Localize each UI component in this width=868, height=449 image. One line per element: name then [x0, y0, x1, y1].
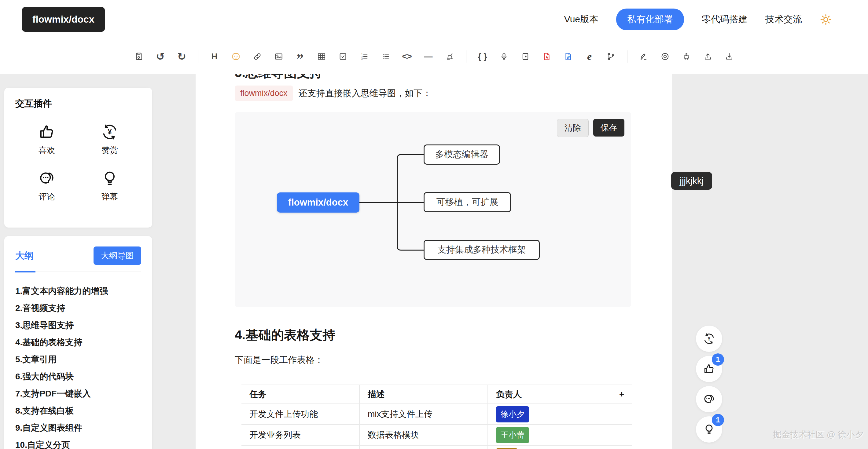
word-icon[interactable]: W	[563, 51, 574, 62]
inline-code-icon[interactable]: <>	[402, 51, 412, 62]
mindmap-root-node[interactable]: flowmix/docx	[277, 192, 360, 213]
video-icon[interactable]	[520, 51, 531, 62]
cell-task[interactable]	[242, 445, 360, 449]
microphone-icon[interactable]	[499, 51, 509, 62]
outline-item-1[interactable]: 1.富文本内容能力的增强	[15, 283, 141, 300]
toolbar-divider	[198, 51, 198, 63]
cell-desc[interactable]: mix支持文件上传	[360, 404, 488, 424]
table-row	[242, 445, 632, 449]
mindmap-branch-node[interactable]: 可移植，可扩展	[424, 192, 511, 212]
mindmap-branch-node[interactable]: 多模态编辑器	[424, 145, 500, 165]
save-icon[interactable]	[134, 51, 144, 62]
theme-sun-icon[interactable]	[820, 13, 832, 26]
plugin-grid: 喜欢 赞赏 评论 弹幕	[15, 123, 141, 202]
nav-nocode-build[interactable]: 零代码搭建	[702, 13, 748, 26]
top-nav: Vue版本 私有化部署 零代码搭建 技术交流	[564, 8, 832, 30]
pdf-icon[interactable]	[541, 51, 552, 62]
cell-owner[interactable]: 徐小夕	[488, 404, 611, 424]
nav-vue-version[interactable]: Vue版本	[564, 13, 598, 26]
like-fab[interactable]: 1	[696, 356, 722, 382]
quote-icon[interactable]: ”	[295, 51, 305, 62]
redo-icon[interactable]: ↻	[177, 51, 187, 62]
outline-item-5[interactable]: 5.文章引用	[15, 351, 141, 368]
outline-item-7[interactable]: 7.支持PDF一键嵌入	[15, 385, 141, 402]
outline-item-4[interactable]: 4.基础的表格支持	[15, 334, 141, 351]
col-header-owner[interactable]: 负责人	[488, 385, 611, 404]
ordered-list-icon[interactable]: 123	[359, 51, 370, 62]
intro-text: 还支持直接嵌入思维导图，如下：	[299, 87, 432, 100]
browser-icon[interactable]: e	[584, 51, 595, 62]
lightbulb-icon	[703, 423, 715, 436]
download-icon[interactable]	[724, 51, 735, 62]
code-block-icon[interactable]: { }	[477, 51, 488, 62]
outline-item-6[interactable]: 6.强大的代码块	[15, 368, 141, 385]
outline-item-8[interactable]: 8.支持在线白板	[15, 402, 141, 419]
comment-icon	[703, 393, 715, 405]
emoji-icon[interactable]	[231, 51, 241, 62]
task-list-icon[interactable]	[338, 51, 348, 62]
plugins-panel-title: 交互插件	[15, 97, 141, 110]
outline-item-2[interactable]: 2.音视频支持	[15, 300, 141, 317]
reward-refresh-icon	[703, 333, 715, 345]
image-icon[interactable]	[274, 51, 284, 62]
owner-badge	[496, 448, 518, 449]
watermark-text: 掘金技术社区 @ 徐小夕	[773, 429, 863, 441]
top-header: flowmix/docx Vue版本 私有化部署 零代码搭建 技术交流	[0, 0, 868, 39]
table-section-intro: 下面是一段工作表格：	[235, 354, 672, 366]
col-header-task[interactable]: 任务	[242, 385, 360, 404]
preview-icon[interactable]	[660, 51, 670, 62]
reward-fab[interactable]	[696, 326, 722, 352]
document-canvas[interactable]: 3.思维导图支持 flowmix/docx 还支持直接嵌入思维导图，如下： 清除…	[196, 74, 672, 449]
editor-toolbar: ↺ ↻ H ” 123 <> — { } W e	[0, 39, 868, 74]
cell-owner[interactable]	[488, 445, 611, 449]
tab-outline[interactable]: 大纲	[15, 250, 34, 262]
outline-map-button[interactable]: 大纲导图	[94, 247, 141, 265]
work-table: 任务 描述 负责人 + 开发文件上传功能 mix支持文件上传 徐小夕 开发业务列…	[242, 385, 632, 449]
comment-tooltip: jjjkjkkj	[671, 172, 712, 190]
intro-paragraph: flowmix/docx 还支持直接嵌入思维导图，如下：	[235, 86, 672, 101]
add-column-button[interactable]: +	[611, 385, 632, 404]
mindmap-panel: 清除 保存 flowmix/docx 多模态编辑器 可移植，可扩展 支持集成多种…	[235, 112, 631, 307]
plugin-danmaku-label: 弹幕	[101, 191, 118, 202]
idea-fab[interactable]: 1	[696, 416, 722, 443]
outline-item-10[interactable]: 10.自定义分页	[15, 437, 141, 449]
cell-owner[interactable]: 王小蕾	[488, 424, 611, 445]
plugin-comment-label: 评论	[38, 191, 55, 202]
heading-icon[interactable]: H	[209, 51, 220, 62]
app-logo: flowmix/docx	[22, 7, 105, 32]
nav-tech-community[interactable]: 技术交流	[765, 13, 802, 26]
link-icon[interactable]	[252, 51, 262, 62]
mindmap-branch-node[interactable]: 支持集成多种技术框架	[424, 240, 540, 260]
outline-item-3[interactable]: 3.思维导图支持	[15, 317, 141, 334]
format-brush-icon[interactable]	[681, 51, 692, 62]
plugin-like[interactable]: 喜欢	[15, 123, 78, 156]
interactive-plugins-panel: 交互插件 喜欢 赞赏 评论 弹幕	[4, 88, 152, 228]
outline-list: 1.富文本内容能力的增强 2.音视频支持 3.思维导图支持 4.基础的表格支持 …	[15, 283, 141, 449]
svg-text:W: W	[567, 56, 570, 59]
cell-desc[interactable]	[360, 445, 488, 449]
cell-task[interactable]: 开发文件上传功能	[242, 404, 360, 424]
upload-icon[interactable]	[703, 51, 713, 62]
owner-badge: 王小蕾	[496, 427, 529, 443]
nav-private-deploy-button[interactable]: 私有化部署	[616, 8, 684, 30]
signature-icon[interactable]	[639, 51, 649, 62]
undo-icon[interactable]: ↺	[155, 51, 166, 62]
comment-fab[interactable]	[696, 386, 722, 412]
table-icon[interactable]	[316, 51, 327, 62]
comment-icon	[38, 170, 55, 187]
horizontal-rule-icon[interactable]: —	[423, 51, 434, 62]
table-section-heading: 4.基础的表格支持	[235, 326, 672, 344]
reward-refresh-icon	[101, 123, 118, 140]
plugin-comment[interactable]: 评论	[15, 170, 78, 202]
git-branch-icon[interactable]	[606, 51, 616, 62]
col-header-desc[interactable]: 描述	[360, 385, 488, 404]
toolbar-divider	[466, 51, 466, 63]
floating-action-buttons: 1 1	[696, 326, 722, 443]
alert-lamp-icon[interactable]	[445, 51, 455, 62]
outline-item-9[interactable]: 9.自定义图表组件	[15, 419, 141, 437]
plugin-danmaku[interactable]: 弹幕	[78, 170, 141, 202]
cell-desc[interactable]: 数据表格模块	[360, 424, 488, 445]
plugin-reward[interactable]: 赞赏	[78, 123, 141, 156]
cell-task[interactable]: 开发业务列表	[242, 424, 360, 445]
unordered-list-icon[interactable]	[380, 51, 391, 62]
